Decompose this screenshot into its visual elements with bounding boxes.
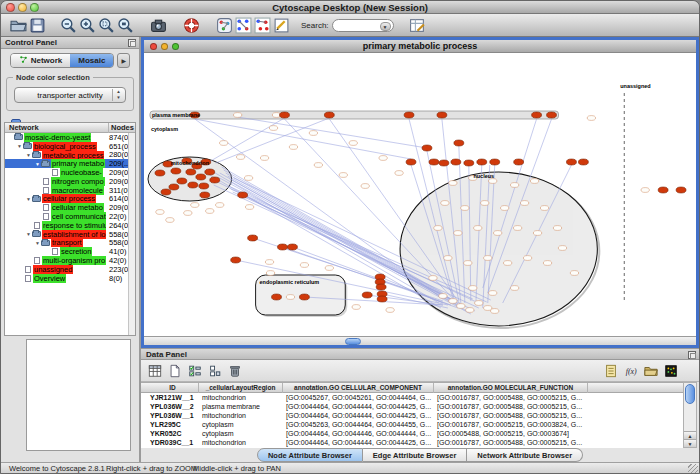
svg-text:cytoplasm: cytoplasm — [151, 126, 178, 132]
window-titlebar[interactable]: Cytoscape Desktop (New Session) — [1, 1, 699, 14]
column-header[interactable]: annotation.GO CELLULAR_COMPONENT — [283, 383, 434, 393]
scroll-down-icon[interactable]: ▼ — [684, 439, 696, 447]
file-icon — [52, 169, 58, 176]
tree-node-label: cellular process — [42, 194, 96, 203]
tree-row[interactable]: mosaic-demo-yeast874(0) — [5, 133, 128, 142]
import-attributes-icon[interactable] — [602, 363, 619, 379]
tree-node-label: transport — [51, 238, 83, 247]
tree-row[interactable]: secretion41(0) — [5, 247, 128, 256]
attribute-table-icon[interactable] — [146, 363, 163, 379]
resize-grip-icon[interactable] — [688, 464, 698, 474]
table-row[interactable]: YPL036W__1mitochondrion[GO:0044464, GO:0… — [141, 411, 683, 420]
table-cell: [GO:0044464, GO:0044444, GO:0044425, G..… — [283, 411, 434, 420]
float-data-panel-icon[interactable] — [688, 351, 696, 359]
combobox-arrows-icon[interactable]: ▲▼ — [112, 89, 124, 101]
tree-row[interactable]: ▼cellular process614(0) — [5, 195, 128, 204]
tree-row[interactable]: response to stimulu264(0) — [5, 221, 128, 230]
save-session-icon[interactable] — [28, 16, 47, 35]
tree-row[interactable]: Overview8(0) — [5, 274, 128, 283]
zoom-selected-icon[interactable] — [97, 16, 116, 35]
tree-row[interactable]: ▼establishment of lo558(0) — [5, 230, 128, 239]
help-lifering-icon[interactable] — [182, 16, 201, 35]
birdseye-view[interactable] — [26, 339, 131, 451]
node-color-combobox[interactable]: transporter activity ▲▼ — [14, 87, 126, 103]
network-view-titlebar[interactable]: primary metabolic process — [144, 40, 696, 53]
table-cell: YDR039C__1 — [147, 438, 199, 447]
select-attributes-icon[interactable] — [186, 363, 203, 379]
scroll-up-icon[interactable]: ▲ — [684, 431, 696, 439]
tab-node-attribute-browser[interactable]: Node Attribute Browser — [257, 448, 363, 462]
snapshot-camera-icon[interactable] — [149, 16, 168, 35]
tree-row[interactable]: cellular metabo209(0) — [5, 203, 128, 212]
layout-one-icon[interactable] — [234, 16, 253, 35]
new-attribute-icon[interactable] — [166, 363, 183, 379]
function-builder-icon[interactable]: f(x) — [622, 363, 639, 379]
tree-row[interactable]: nucleobase-209(0) — [5, 168, 128, 177]
tree-row[interactable]: cell communicat22(0) — [5, 212, 128, 221]
table-row[interactable]: YKR052Ccytoplasm[GO:0044464, GO:0044446,… — [141, 429, 683, 438]
control-panel-title: Control Panel — [5, 38, 57, 47]
frame-minimize-icon[interactable] — [161, 43, 168, 50]
open-folder-icon[interactable] — [9, 16, 28, 35]
float-panel-icon[interactable] — [128, 39, 136, 47]
zoom-fit-icon[interactable] — [116, 16, 135, 35]
tree-row[interactable]: nitrogen compo209(0) — [5, 177, 128, 186]
node-color-selection-group: Node color selection transporter activit… — [6, 77, 134, 111]
chevron-down-icon[interactable]: ▼ — [380, 22, 391, 31]
vizmapper-icon[interactable] — [215, 16, 234, 35]
zoom-out-icon[interactable] — [59, 16, 78, 35]
tree-scrollbar[interactable] — [128, 133, 135, 335]
attribute-matrix-icon[interactable] — [662, 363, 679, 379]
column-header[interactable]: annotation.GO MOLECULAR_FUNCTION — [434, 383, 588, 393]
canvas-hscrollbar[interactable] — [144, 336, 696, 345]
tree-node-label: cell communicat — [51, 212, 106, 221]
zoom-in-icon[interactable] — [78, 16, 97, 35]
annotation-icon[interactable] — [272, 16, 291, 35]
tree-row[interactable]: ▼biological_process651(0) — [5, 142, 128, 151]
table-cell: [GO:0045267, GO:0045261, GO:0044464, G..… — [283, 393, 434, 402]
tab-network[interactable]: Network — [11, 54, 71, 67]
frame-window-controls[interactable] — [150, 43, 179, 50]
table-row[interactable]: YLR295Ccytoplasm[GO:0045263, GO:0044464,… — [141, 420, 683, 429]
frame-zoom-icon[interactable] — [172, 43, 179, 50]
main-toolbar: Search: ▼ — [1, 14, 699, 37]
tab-overflow-button[interactable]: ▶ — [117, 53, 130, 68]
column-header[interactable]: ID — [147, 383, 199, 393]
network-tab-icon — [19, 55, 28, 66]
tab-network-attribute-browser[interactable]: Network Attribute Browser — [467, 448, 583, 462]
folder-icon — [41, 240, 50, 246]
network-canvas[interactable]: plasma membranecytoplasmmitochondrionnuc… — [144, 53, 696, 345]
tree-row[interactable]: macromolecule311(0) — [5, 186, 128, 195]
network-tree-panel: Network Nodes mosaic-demo-yeast874(0)▼bi… — [4, 122, 136, 336]
search-input[interactable] — [339, 20, 383, 30]
table-edit-icon[interactable] — [408, 16, 427, 35]
hscroll-thumb[interactable] — [345, 338, 361, 345]
table-row[interactable]: YPL036W__2plasma membrane[GO:0044464, GO… — [141, 402, 683, 411]
file-icon — [34, 257, 40, 264]
tree-node-label: secretion — [60, 247, 92, 256]
tree-row[interactable]: ▼metabolic process280(0) — [5, 151, 128, 160]
table-row[interactable]: YJR121W__1mitochondrion[GO:0045267, GO:0… — [141, 393, 683, 402]
layout-two-icon[interactable] — [253, 16, 272, 35]
open-attributes-icon[interactable] — [642, 363, 659, 379]
delete-attribute-icon[interactable] — [226, 363, 243, 379]
tree-row[interactable]: multi-organism pro42(0) — [5, 256, 128, 265]
tab-edge-attribute-browser[interactable]: Edge Attribute Browser — [363, 448, 467, 462]
column-header[interactable]: _cellularLayoutRegion — [199, 383, 283, 393]
tab-label: Network — [31, 56, 63, 65]
search-field[interactable]: ▼ — [332, 19, 394, 32]
tree-row[interactable]: unassigned223(0) — [5, 265, 128, 274]
table-vscrollbar[interactable]: ▲ ▼ — [683, 382, 697, 448]
folder-icon — [32, 152, 41, 158]
tree-col-nodes[interactable]: Nodes — [108, 123, 134, 133]
frame-close-icon[interactable] — [150, 43, 157, 50]
tree-node-count: 41(0) — [109, 247, 127, 256]
tree-row[interactable]: ▼transport558(0) — [5, 239, 128, 248]
tree-row[interactable]: ▼primary metabo209(... — [5, 159, 128, 168]
table-row[interactable]: YDR039C__1mitochondrion[GO:0044464, GO:0… — [141, 438, 683, 447]
vscroll-thumb[interactable] — [685, 384, 695, 404]
attribute-batch-icon[interactable] — [206, 363, 223, 379]
folder-icon — [32, 231, 41, 237]
tab-mosaic[interactable]: Mosaic — [70, 54, 113, 67]
tree-col-network[interactable]: Network — [9, 123, 39, 133]
